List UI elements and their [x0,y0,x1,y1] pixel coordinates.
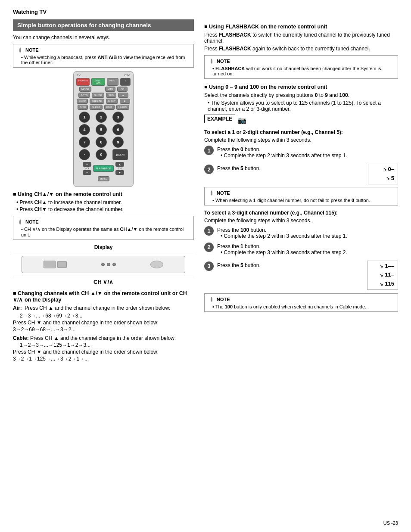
svg-rect-0 [19,51,21,52]
remote-btn-8: 8 [96,137,107,148]
zero-nine-bullets: The System allows you to select up to 12… [204,100,398,112]
main-content: Simple button operations for changing ch… [13,19,398,364]
cable-text1: Press CH ▲ and the channel change in the… [30,335,176,341]
page-header: Watching TV [13,9,398,15]
demo-arrow-11: ↘ [380,272,383,279]
note-label-1digit: NOTE [217,190,230,196]
step1-content: Press the 0 button. Complete the step 2 … [217,146,347,159]
remote-freeze-btn: FREEZE [90,99,104,104]
ch-updown-bullets: Press CH▲ to increase the channel number… [13,199,194,212]
remote-guide-btn: GUIDE [92,93,104,98]
display-screen2-icon [57,261,67,268]
demo-arrow-1: ↘ [380,263,383,270]
step-b-content: Press the 1 button. Complete the step 3 … [217,243,347,256]
note-bullets-1: While watching a broadcast, press ANT-A/… [17,55,190,65]
note-icon-1 [17,47,24,53]
note-bullets-2: CH ∨/∧ on the Display operates the same … [17,227,190,237]
remote-btn-7: 7 [79,137,90,148]
note-icon-flashback [208,58,215,65]
section-title: Simple button operations for changing ch… [13,19,194,31]
note-item-1digit: When selecting a 1-digit channel number,… [212,198,394,203]
note-icon-100 [208,296,215,303]
remote-learn-btn: LEARN [116,105,129,110]
display-label: Display [13,244,194,250]
note-header-flashback: NOTE [208,58,394,65]
step-b-num: 2 [204,243,214,252]
remote-btn-100: 100ENT [112,149,128,160]
note-item-ch: CH ∨/∧ on the Display operates the same … [21,227,190,237]
remote-vol-label: VOL [84,167,90,170]
demo-arrow-5: ↘ [386,175,389,182]
page: Watching TV Simple button operations for… [0,0,411,532]
remote-number-grid: 1 2 3 4 5 6 7 8 9 · 0 100ENT [79,112,128,160]
remote-btn-0: 0 [96,149,107,160]
note-header-100: NOTE [208,296,394,303]
three-digit-demo: ↘ 1–– ↘ 11– ↘ 115 [367,261,398,290]
cable-seq1: 1→2→3→...→125→1→2→3... [13,342,194,348]
display-dots [101,263,116,266]
remote-btn-2: 2 [96,112,107,123]
note-bullets-100: The 100 button is only enabled when sele… [208,304,394,309]
remote-container: TV DTV POWER ANT-A/B INPUT i MODE MTB [13,71,194,187]
air-seq2: 3→2→69→68→...→3→2... [13,327,194,333]
display-section: Display CH ∨/∧ [13,244,194,285]
changing-channels-heading: ■ Changing channels with CH ▲/▼ on the r… [13,290,194,303]
step-a-block: 1 Press the 100 button. Complete the ste… [204,226,398,240]
step2-num: 2 [204,165,214,174]
remote-flashback-btn: FLASHBACK [93,165,114,172]
one-two-digit-intro: Complete the following steps within 3 se… [204,137,398,143]
step1-bullets: Complete the step 2 within 3 seconds aft… [217,152,347,159]
svg-rect-2 [19,223,21,224]
note-label-1: NOTE [25,47,39,53]
flashback-text1: Press FLASHBACK to switch the currently … [204,32,398,44]
step-c-text: Press the 5 button. [217,262,261,268]
display-dot-1 [101,263,105,266]
remote-input2-btn: INPUT [106,99,118,104]
remote-ch-up-btn: ▲ [118,93,128,98]
step-a-bullet: Complete the step 2 within 3 seconds aft… [221,233,347,239]
remote-tv-label: TV [77,74,81,77]
remote-ch-down-btn: ▼ [120,99,130,104]
flashback-section: ■ Using FLASHBACK on the remote control … [204,24,398,79]
air-text1: Press CH ▲ and the channel change in the… [25,305,170,311]
page-footer: US -23 [383,520,398,526]
remote-btn-4: 4 [79,124,90,135]
air-intro: Air: Press CH ▲ and the channel change i… [13,305,194,311]
example-row: EXAMPLE 📷 [204,115,398,126]
remote-vol-group: + VOL − [83,162,91,175]
one-two-digit-heading: To select a 1 or 2-digit channel number … [204,129,398,135]
demo-val-0: 0– [388,165,394,174]
note-header-2: NOTE [17,218,190,225]
svg-rect-9 [211,301,212,302]
flashback-text2: Press FLASHBACK again to switch back to … [204,46,398,52]
three-digit-intro: Complete the following steps within 3 se… [204,218,398,224]
note-label-2: NOTE [25,219,39,224]
note-box-1: NOTE While watching a broadcast, press A… [13,44,194,68]
air-text2: Press CH ▼ and the channel change in the… [13,320,194,326]
note-header-1: NOTE [17,47,190,53]
step-a-num: 1 [204,226,214,236]
remote-edit-btn: EDIT [104,105,115,110]
step-c-content: Press the 5 button. [217,261,261,268]
two-digit-demo: ↘ 0– ↘ 5 [368,164,398,184]
step1-text: Press the 0 button. [217,146,347,152]
note-item-flashback: FLASHBACK will not work if no channel ha… [212,66,394,76]
remote-mtb-btn: MTB [105,87,115,92]
example-box: EXAMPLE [204,115,235,123]
note-box-100: NOTE The 100 button is only enabled when… [204,293,398,312]
demo-line-11: ↘ 11– [380,271,394,280]
footer-page: -23 [391,520,398,526]
air-seq1: 2→3→...→68→69→2→3... [13,313,194,319]
note-icon-1digit [208,190,215,196]
note-bullets-flashback: FLASHBACK will not work if no channel ha… [208,66,394,76]
remote-btn-3: 3 [112,112,124,123]
zero-nine-text1: Select the channels directly by pressing… [204,92,398,98]
demo-line-5: ↘ 5 [381,174,394,183]
svg-rect-7 [211,195,212,195]
svg-rect-6 [211,194,212,195]
display-demo-3digit: ↘ 1–– ↘ 11– ↘ 115 [367,261,398,290]
note-item-1: While watching a broadcast, press ANT-A/… [21,55,190,65]
remote-control: TV DTV POWER ANT-A/B INPUT i MODE MTB [73,71,134,187]
zero-nine-heading: ■ Using 0 – 9 and 100 on the remote cont… [204,84,398,90]
right-column: ■ Using FLASHBACK on the remote control … [204,19,398,364]
